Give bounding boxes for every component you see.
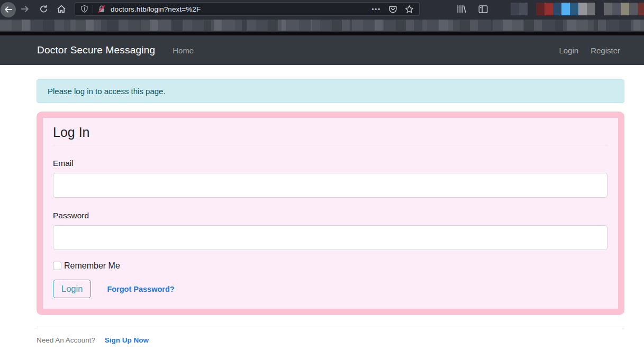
url-text[interactable]: doctors.htb/login?next=%2F [111, 5, 201, 13]
email-label: Email [53, 159, 608, 168]
password-label: Password [53, 211, 608, 220]
nav-link-register[interactable]: Register [591, 46, 620, 55]
bookmarks-bar[interactable] [0, 18, 644, 32]
extension-icons-redacted[interactable] [511, 0, 644, 18]
redacted-bookmarks[interactable] [0, 20, 644, 31]
library-button[interactable] [457, 4, 467, 14]
page-actions-icon[interactable]: ••• [371, 6, 381, 12]
password-field[interactable] [53, 225, 607, 250]
nav-link-login[interactable]: Login [559, 46, 578, 55]
brand-title[interactable]: Doctor Secure Messaging [37, 44, 155, 56]
footer-divider [37, 327, 624, 327]
reload-icon [39, 5, 48, 14]
nav-link-home[interactable]: Home [173, 46, 194, 55]
email-field[interactable] [53, 173, 607, 198]
sidebar-icon [478, 5, 488, 14]
browser-chrome: doctors.htb/login?next=%2F ••• [0, 0, 644, 32]
star-icon[interactable] [405, 5, 414, 14]
remember-me-row: Remember Me [53, 261, 608, 271]
back-arrow-icon [4, 5, 13, 14]
footer-prompt: Need An Account? [37, 336, 95, 344]
home-button[interactable] [57, 4, 66, 14]
insecure-lock-icon[interactable] [97, 5, 106, 13]
url-bar[interactable]: doctors.htb/login?next=%2F ••• [75, 2, 420, 16]
forgot-password-link[interactable]: Forgot Password? [107, 285, 174, 293]
library-icon [457, 4, 467, 14]
form-title: Log In [53, 125, 608, 145]
browser-toolbar: doctors.htb/login?next=%2F ••• [0, 0, 644, 18]
footer: Need An Account? Sign Up Now [37, 336, 624, 344]
login-form-card: Log In Email Password Remember Me Login … [37, 112, 624, 315]
main-container: Please log in to access this page. Log I… [37, 79, 624, 344]
site-navbar: Doctor Secure Messaging Home Login Regis… [0, 35, 644, 65]
urlbar-divider [93, 5, 93, 13]
forward-button[interactable] [20, 4, 30, 14]
form-actions: Login Forgot Password? [53, 280, 608, 298]
sign-up-link[interactable]: Sign Up Now [105, 336, 149, 344]
pocket-icon[interactable] [388, 5, 397, 14]
home-icon [57, 4, 66, 14]
navbar-right: Login Register [559, 46, 620, 55]
back-button[interactable] [1, 2, 16, 17]
sidebar-button[interactable] [478, 5, 488, 14]
info-alert: Please log in to access this page. [37, 79, 624, 103]
remember-me-label: Remember Me [64, 261, 120, 271]
login-button[interactable]: Login [53, 280, 91, 298]
remember-me-checkbox[interactable] [53, 262, 61, 270]
forward-arrow-icon [20, 4, 30, 14]
shield-icon[interactable] [80, 5, 88, 13]
reload-button[interactable] [39, 5, 48, 14]
